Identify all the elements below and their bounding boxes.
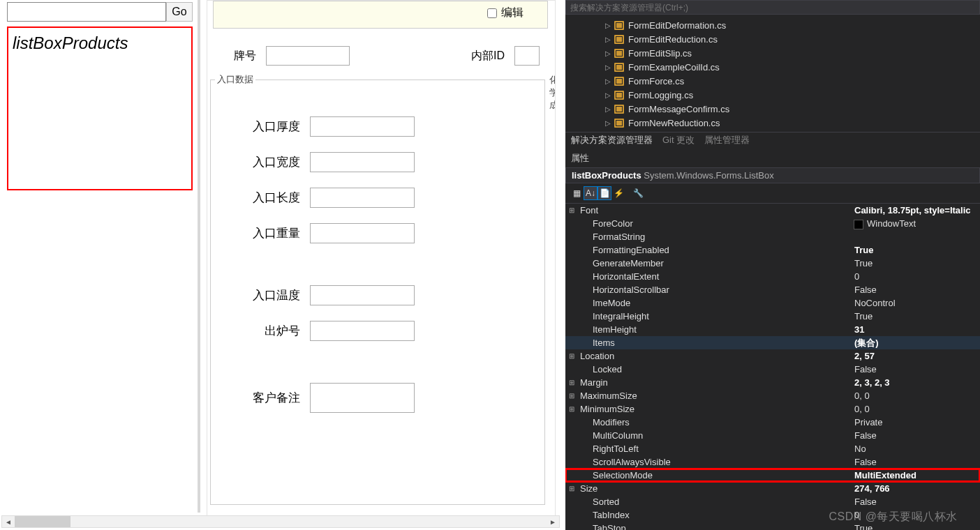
go-button[interactable]: Go	[166, 2, 193, 22]
tree-item[interactable]: ▷FormEditReduction.cs	[565, 32, 980, 46]
property-row[interactable]: ImeModeNoControl	[565, 296, 980, 310]
property-row[interactable]: TabStopTrue	[565, 522, 980, 530]
property-row[interactable]: Items(集合)	[565, 336, 980, 349]
expand-icon[interactable]: ⊞	[565, 352, 577, 360]
tree-item[interactable]: ▷FormEditDeformation.cs	[565, 18, 980, 32]
tab-solution-explorer[interactable]: 解决方案资源管理器	[571, 134, 653, 146]
scroll-right-arrow-icon[interactable]: ►	[547, 516, 559, 527]
property-value[interactable]: No	[853, 444, 980, 454]
tree-item[interactable]: ▷FormMessageConfirm.cs	[565, 102, 980, 116]
property-value[interactable]: True	[853, 258, 980, 268]
categorize-icon[interactable]: ▦	[570, 186, 584, 200]
scroll-thumb[interactable]	[15, 516, 70, 527]
property-row[interactable]: ItemHeight31	[565, 323, 980, 336]
property-row[interactable]: FormatString	[565, 230, 980, 243]
property-value[interactable]: False	[853, 457, 980, 467]
property-row[interactable]: ⊞MaximumSize0, 0	[565, 389, 980, 402]
property-value[interactable]: False	[853, 497, 980, 507]
tab-git-changes[interactable]: Git 更改	[662, 134, 695, 146]
expand-icon[interactable]: ⊞	[565, 405, 577, 413]
thickness-input[interactable]	[310, 116, 415, 137]
property-value[interactable]: 2, 57	[853, 351, 980, 361]
expand-icon[interactable]: ⊞	[565, 379, 577, 386]
expand-arrow-icon[interactable]: ▷	[603, 119, 613, 127]
scroll-track[interactable]	[15, 516, 547, 527]
tree-item[interactable]: ▷FormExampleCoilId.cs	[565, 60, 980, 74]
property-value[interactable]: 274, 766	[853, 483, 980, 494]
property-value[interactable]: False	[853, 430, 980, 441]
property-row[interactable]: ⊞Margin2, 3, 2, 3	[565, 376, 980, 389]
property-row[interactable]: ScrollAlwaysVisibleFalse	[565, 455, 980, 469]
length-input[interactable]	[310, 188, 415, 208]
property-row[interactable]: SelectionModeMultiExtended	[565, 469, 980, 482]
property-value[interactable]: 0	[853, 271, 980, 282]
alphabetical-icon[interactable]: A↓	[584, 186, 597, 200]
property-value[interactable]: 2, 3, 2, 3	[853, 377, 980, 388]
tree-item[interactable]: ▷FormForce.cs	[565, 74, 980, 88]
property-value[interactable]: (集合)	[853, 337, 980, 349]
scroll-left-arrow-icon[interactable]: ◄	[2, 516, 15, 527]
remarks-input[interactable]	[310, 383, 415, 413]
temp-input[interactable]	[310, 285, 415, 305]
property-row[interactable]: RightToLeftNo	[565, 442, 980, 455]
tree-item[interactable]: ▷FormNewReduction.cs	[565, 116, 980, 130]
horizontal-scrollbar[interactable]: ◄ ►	[1, 515, 560, 528]
tab-property-manager[interactable]: 属性管理器	[704, 134, 750, 146]
properties-icon[interactable]: 📄	[597, 186, 611, 200]
property-value[interactable]: False	[853, 364, 980, 374]
furnace-input[interactable]	[310, 321, 415, 341]
property-value[interactable]: 31	[853, 324, 980, 335]
expand-arrow-icon[interactable]: ▷	[603, 63, 613, 71]
property-row[interactable]: ⊞FontCalibri, 18.75pt, style=Italic	[565, 204, 980, 217]
property-row[interactable]: ForeColorWindowText	[565, 217, 980, 230]
expand-arrow-icon[interactable]: ▷	[603, 105, 613, 113]
property-row[interactable]: FormattingEnabledTrue	[565, 243, 980, 257]
expand-arrow-icon[interactable]: ▷	[603, 22, 613, 29]
weight-input[interactable]	[310, 223, 415, 243]
property-row[interactable]: ⊞Location2, 57	[565, 349, 980, 363]
expand-arrow-icon[interactable]: ▷	[603, 50, 613, 57]
brand-input[interactable]	[266, 46, 350, 66]
property-row[interactable]: MultiColumnFalse	[565, 429, 980, 442]
property-row[interactable]: SortedFalse	[565, 495, 980, 508]
edit-checkbox[interactable]	[487, 8, 497, 18]
solution-explorer-search[interactable]	[565, 0, 980, 15]
property-row[interactable]: ⊞Size274, 766	[565, 482, 980, 495]
expand-icon[interactable]: ⊞	[565, 485, 577, 492]
property-value[interactable]: 0, 0	[853, 404, 980, 414]
property-value[interactable]: Private	[853, 417, 980, 427]
innerid-input[interactable]	[514, 46, 540, 66]
property-value[interactable]: True	[853, 523, 980, 530]
properties-object-row[interactable]: listBoxProducts System.Windows.Forms.Lis…	[565, 167, 980, 183]
property-row[interactable]: IntegralHeightTrue	[565, 310, 980, 323]
tree-item[interactable]: ▷FormLogging.cs	[565, 88, 980, 102]
property-value[interactable]: 0, 0	[853, 391, 980, 401]
property-row[interactable]: ⊞MinimumSize0, 0	[565, 402, 980, 416]
events-icon[interactable]: ⚡	[611, 186, 625, 200]
tree-item[interactable]: ▷FormEditSlip.cs	[565, 46, 980, 60]
property-value[interactable]: MultiExtended	[853, 470, 980, 480]
expand-arrow-icon[interactable]: ▷	[603, 36, 613, 43]
property-value[interactable]: True	[853, 311, 980, 321]
property-row[interactable]: GenerateMemberTrue	[565, 257, 980, 270]
property-value[interactable]: False	[853, 285, 980, 295]
width-input[interactable]	[310, 152, 415, 172]
listbox-products[interactable]: listBoxProducts	[7, 26, 193, 190]
expand-icon[interactable]: ⊞	[565, 206, 577, 214]
property-row[interactable]: HorizontalScrollbarFalse	[565, 283, 980, 296]
expand-arrow-icon[interactable]: ▷	[603, 91, 613, 99]
property-value[interactable]: WindowText	[853, 218, 980, 229]
property-pages-icon[interactable]: 🔧	[631, 186, 645, 200]
property-value[interactable]: Calibri, 18.75pt, style=Italic	[853, 205, 980, 215]
property-value[interactable]: NoControl	[853, 298, 980, 308]
property-row[interactable]: ModifiersPrivate	[565, 416, 980, 429]
property-row[interactable]: HorizontalExtent0	[565, 270, 980, 283]
property-value[interactable]: 0	[853, 510, 980, 520]
furnace-row: 出炉号	[246, 321, 544, 341]
property-row[interactable]: TabIndex0	[565, 508, 980, 522]
property-row[interactable]: LockedFalse	[565, 363, 980, 376]
product-search-input[interactable]	[7, 2, 166, 22]
expand-arrow-icon[interactable]: ▷	[603, 77, 613, 85]
property-value[interactable]: True	[853, 245, 980, 255]
expand-icon[interactable]: ⊞	[565, 392, 577, 400]
